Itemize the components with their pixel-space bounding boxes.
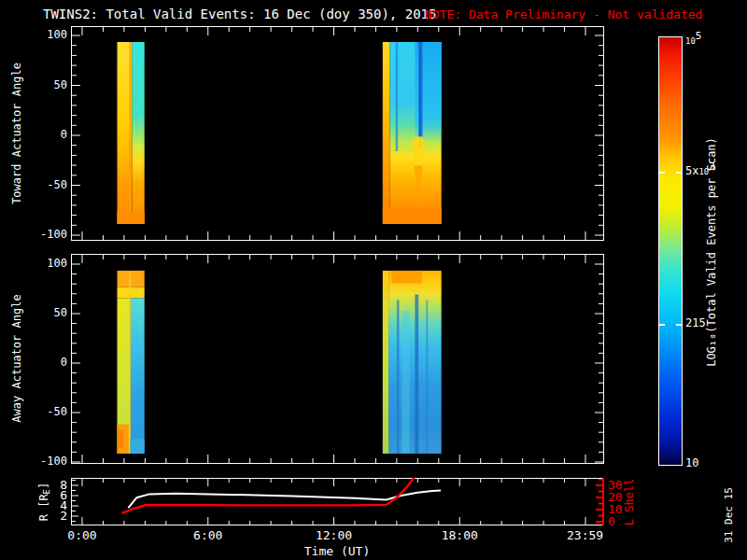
preliminary-data-warning: NOTE: Data Preliminary - Not validated [425, 7, 702, 21]
away-ytick-label: -50 [35, 405, 67, 418]
away-ytick-label: 50 [35, 306, 67, 319]
orbit-curves [122, 478, 441, 513]
colorbar-tick-part: 10 [698, 167, 709, 176]
toward-ytick-label: -50 [35, 178, 67, 191]
toward-event-block-afternoon [383, 42, 442, 224]
colorbar-tick-part: 5x [685, 164, 698, 177]
colorbar-tick-dash [659, 324, 665, 326]
toward-ytick-label: -100 [35, 228, 67, 241]
away-ytick-label: 100 [35, 257, 67, 270]
x-axis-label: Time (UT) [262, 545, 412, 558]
colorbar-tick-part: 10 [685, 456, 698, 469]
toward-ytick-label: 50 [35, 78, 67, 91]
colorbar-tick-label: 215 [685, 316, 706, 329]
colorbar-tick-dash [676, 324, 682, 326]
toward-panel-frame [72, 27, 604, 241]
l-shell-ytick-label: 0 [608, 515, 627, 528]
x-tick-label: 0:00 [54, 529, 110, 542]
away-ytick-label: 0 [35, 356, 67, 369]
colorbar-tick-part: 215 [685, 316, 706, 329]
date-stamp: 31 Dec 15 [722, 473, 737, 557]
away-axis-ticks [72, 255, 603, 463]
colorbar-tick-part: 3 [709, 161, 715, 173]
x-tick-label: 23:59 [557, 529, 613, 542]
r-axis-label-text: R [R [37, 494, 50, 521]
colorbar-tick-label: 105 [685, 34, 701, 48]
orbit-panel-frame [72, 479, 604, 525]
colorbar-tick-label: 5x103 [685, 164, 715, 178]
toward-ytick-label: 100 [35, 28, 67, 41]
away-event-block-afternoon [383, 271, 442, 454]
r-ytick-label: 2 [54, 510, 67, 523]
away-y-axis-label: Away Actuator Angle [9, 252, 24, 465]
page-title: TWINS2: Total Valid Events: 16 Dec (doy … [43, 7, 436, 21]
x-tick-label: 6:00 [180, 529, 236, 542]
toward-event-block-morning [118, 42, 145, 224]
orbit-axis-ticks [72, 479, 602, 525]
away-ytick-label: -100 [35, 455, 67, 468]
twins2-daily-summary-plot: TWINS2: Total Valid Events: 16 Dec (doy … [0, 0, 747, 560]
away-event-block-morning [118, 271, 145, 454]
colorbar-tick-dash [659, 172, 665, 174]
toward-spectrogram-panel [71, 26, 604, 241]
colorbar-tick-part: 10 [685, 36, 696, 46]
toward-ytick-label: 0 [35, 128, 67, 141]
colorbar-tick-dash [676, 172, 682, 174]
r-axis-label-subscript: E [42, 489, 51, 494]
orbit-parameters-panel [71, 478, 604, 525]
away-spectrogram-panel [71, 254, 604, 464]
toward-axis-ticks [72, 27, 603, 240]
colorbar-tick-part: 5 [696, 30, 702, 42]
colorbar [658, 36, 683, 466]
toward-y-axis-label: Toward Actuator Angle [9, 21, 24, 245]
x-tick-label: 18:00 [431, 529, 487, 542]
colorbar-tick-label: 10 [685, 456, 698, 469]
x-tick-label: 12:00 [305, 529, 361, 542]
r-axis-label: R [RE] [36, 474, 52, 530]
colorbar-label: LOG₁₀(Total Valid Events per Scan) [704, 103, 719, 401]
away-panel-frame [72, 255, 604, 464]
